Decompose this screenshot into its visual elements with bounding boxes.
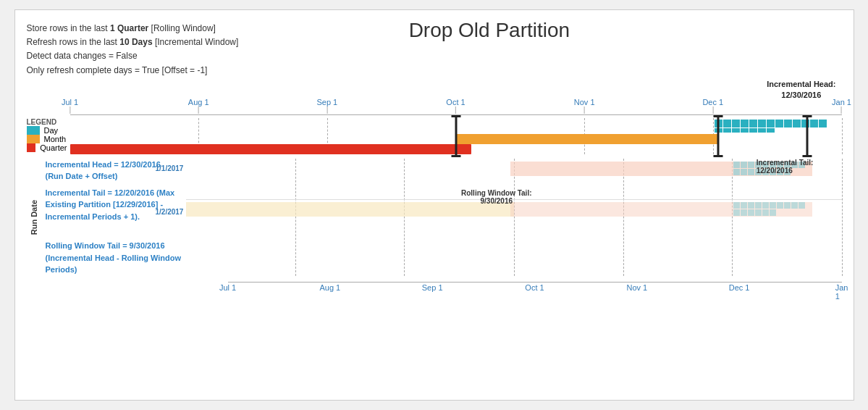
teal-sq-light2	[748, 202, 754, 209]
legend: LEGEND Day Month Quarter	[27, 118, 70, 154]
teal-sq	[749, 120, 757, 127]
info-quarter-bold: 1 Quarter	[110, 23, 148, 33]
vline2-jan	[842, 159, 843, 276]
teal-sq	[775, 120, 783, 127]
teal-sq	[741, 120, 749, 127]
bot-axis-dec: Dec 1	[729, 283, 750, 292]
rolling-tail-label: Rolling Window Tail:9/30/2016	[461, 189, 532, 205]
teal-sq-light2	[741, 202, 747, 209]
info-line-3: Detect data changes = False	[27, 49, 239, 63]
main-container: Store rows in the last 1 Quarter [Rollin…	[14, 9, 854, 401]
teal-sq	[749, 128, 757, 133]
info-days-bold: 10 Days	[119, 37, 152, 47]
teal-sq	[723, 120, 731, 127]
legend-label-month: Month	[44, 135, 67, 143]
teal-sq-light2	[791, 202, 798, 209]
run-date-label-2: 1/2/2017	[156, 208, 184, 216]
teal-sq-light2	[770, 202, 776, 209]
vline2-aug	[295, 159, 296, 276]
run-date-label: Run Date	[27, 159, 41, 276]
teal-sq-light2	[784, 202, 791, 209]
teal-sq	[758, 128, 766, 133]
teal-sq-light	[733, 162, 740, 168]
bot-axis-jul: Jul 1	[219, 283, 236, 292]
legend-title: LEGEND	[27, 118, 67, 126]
teal-sq-light2	[755, 209, 762, 216]
teal-sq	[793, 120, 801, 127]
page-title: Drop Old Partition	[238, 19, 740, 42]
info-line-4: Only refresh complete days = True [Offse…	[27, 64, 239, 78]
axis-label-aug: Aug 1	[188, 98, 209, 114]
legend-label-quarter: Quarter	[40, 143, 67, 152]
gantt-area	[70, 118, 842, 154]
teal-sq	[723, 128, 731, 133]
axis-label-jul: Jul 1	[62, 98, 78, 114]
axis-label-nov: Nov 1	[574, 98, 595, 114]
bot-axis-aug: Aug 1	[319, 283, 340, 292]
vline-jan	[842, 118, 843, 154]
vline2-sep	[404, 159, 405, 276]
teal-sq-light	[741, 162, 747, 168]
info-column: Incremental Head = 12/30/2016(Run Date +…	[41, 159, 186, 276]
teal-sq-light2	[748, 209, 754, 216]
teal-sq-light2	[733, 202, 740, 209]
teal-sq	[784, 120, 792, 127]
bot-axis-sep: Sep 1	[422, 283, 443, 292]
oct-marker	[455, 115, 457, 157]
legend-color-day	[27, 126, 40, 135]
axis-label-sep: Sep 1	[316, 98, 337, 114]
bot-axis-oct: Oct 1	[525, 283, 544, 292]
info-rolling-tail: Rolling Window Tail = 9/30/2016(Incremen…	[46, 240, 186, 276]
legend-color-quarter	[27, 143, 36, 152]
day-bar	[715, 120, 830, 133]
teal-sq-light2	[741, 209, 747, 216]
legend-color-month	[27, 135, 40, 143]
run-rows-area: 1/1/2017 1/2/2017	[186, 159, 842, 276]
incremental-head-label: Incremental Head:12/30/2016	[767, 79, 835, 101]
teal-sq-light2	[799, 202, 805, 209]
teal-sq	[767, 128, 775, 133]
teal-sq-light2	[762, 209, 769, 216]
legend-label-day: Day	[44, 126, 59, 135]
info-line-1: Store rows in the last 1 Quarter [Rollin…	[27, 22, 239, 35]
inc-tail-label: Incremental Tail:12/20/2016	[757, 159, 814, 175]
vline2-dec	[732, 159, 733, 276]
run2-day-squares	[733, 202, 812, 217]
run-date-label-1: 1/1/2017	[156, 164, 184, 172]
teal-sq-light2	[762, 202, 769, 209]
teal-sq-light	[748, 162, 754, 168]
teal-sq	[732, 120, 740, 127]
teal-sq	[732, 128, 740, 133]
teal-sq-light2	[770, 209, 776, 216]
teal-sq-light	[741, 169, 747, 175]
teal-sq-light	[748, 169, 754, 175]
teal-sq-light2	[777, 202, 783, 209]
teal-sq-light2	[733, 209, 740, 216]
teal-sq	[758, 120, 766, 127]
annotation-section: Run Date Incremental Head = 12/30/2016(R…	[27, 159, 842, 276]
vline2-oct	[514, 159, 515, 276]
header-info: Store rows in the last 1 Quarter [Rollin…	[27, 22, 239, 78]
legend-item-day: Day	[27, 126, 67, 135]
axis-label-oct: Oct 1	[446, 98, 465, 114]
quarter-bar	[70, 144, 471, 154]
teal-sq	[741, 128, 749, 133]
teal-sq-light2	[755, 202, 762, 209]
teal-sq	[819, 120, 827, 127]
teal-sq	[810, 120, 818, 127]
legend-item-quarter: Quarter	[27, 143, 67, 152]
bot-axis-jan: Jan 1	[835, 283, 848, 301]
teal-sq-light	[733, 169, 740, 175]
month-bar	[456, 134, 718, 144]
teal-sq	[767, 120, 775, 127]
inc-head-marker	[806, 115, 808, 157]
info-line-2: Refresh rows in the last 10 Days [Increm…	[27, 35, 239, 49]
legend-item-month: Month	[27, 135, 67, 143]
info-inc-tail: Incremental Tail = 12/20/2016 (MaxExisti…	[46, 187, 186, 223]
dec-marker	[717, 115, 719, 157]
header-section: Store rows in the last 1 Quarter [Rollin…	[27, 22, 842, 78]
axis-label-dec: Dec 1	[702, 98, 723, 114]
bot-axis-nov: Nov 1	[626, 283, 647, 292]
vline2-nov	[623, 159, 624, 276]
